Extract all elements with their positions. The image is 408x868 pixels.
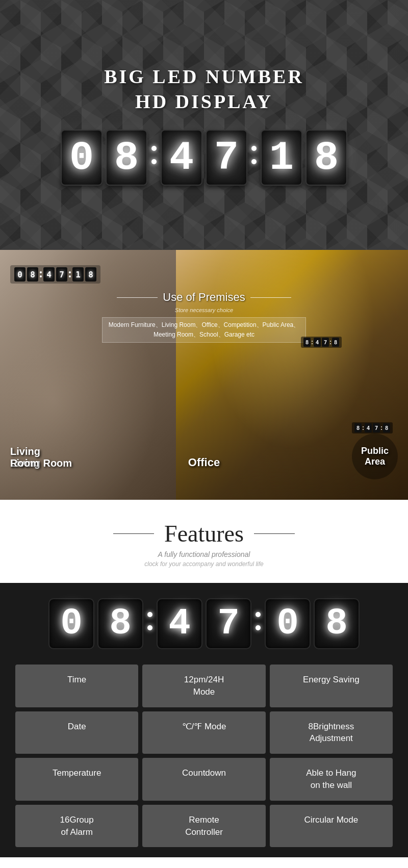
led-digit-1: 8 bbox=[106, 130, 147, 186]
feature-btn-7[interactable]: Countdown bbox=[142, 758, 265, 801]
hero-background bbox=[0, 0, 408, 250]
dark-led-digit-2: 4 bbox=[157, 598, 202, 649]
premises-section: 0 8 4 7 1 8 Living Room Use of Premises bbox=[0, 250, 408, 500]
feature-btn-11[interactable]: Circular Mode bbox=[270, 805, 393, 848]
led-dot-2 bbox=[151, 159, 157, 164]
small-digit-5: 8 bbox=[85, 267, 96, 282]
features-sub2: clock for your accompany and wonderful l… bbox=[10, 560, 398, 568]
led-digit-0: 0 bbox=[61, 130, 103, 186]
dark-led-digit-0: 0 bbox=[48, 598, 94, 649]
led-digit-5: 8 bbox=[305, 130, 347, 186]
dark-led-minute-group: 4 7 bbox=[157, 598, 251, 649]
feature-btn-10[interactable]: RemoteController bbox=[142, 805, 265, 848]
dark-led-hour-group: 0 8 bbox=[48, 598, 143, 649]
dark-led-dot-2 bbox=[147, 625, 152, 630]
led-digit-3: 7 bbox=[206, 130, 247, 186]
feature-btn-8[interactable]: Able to Hangon the wall bbox=[270, 758, 393, 801]
hero-led-clock: 0 8 4 7 1 8 bbox=[61, 130, 347, 186]
features-title-row: Features bbox=[10, 520, 398, 547]
dark-led-dot-1 bbox=[147, 612, 152, 617]
features-line-left bbox=[113, 533, 154, 534]
led-dot-1 bbox=[151, 146, 157, 151]
led-dot-3 bbox=[251, 146, 257, 151]
small-colon-1 bbox=[40, 271, 42, 277]
dark-led-digit-4: 0 bbox=[265, 598, 311, 649]
features-led-clock: 0 8 4 7 0 8 bbox=[10, 598, 398, 649]
dark-led-second-group: 0 8 bbox=[265, 598, 360, 649]
features-line-right bbox=[254, 533, 295, 534]
small-digit-3: 7 bbox=[56, 267, 67, 282]
small-led-clock-left: 0 8 4 7 1 8 bbox=[10, 265, 100, 284]
feature-btn-4[interactable]: ℃/℉ Mode bbox=[142, 711, 265, 754]
dark-led-dot-4 bbox=[256, 625, 261, 630]
feature-btn-0[interactable]: Time bbox=[15, 665, 138, 707]
hero-title: BIG LED NUMBER HD DISPLAY bbox=[104, 64, 304, 115]
dark-led-colon-2 bbox=[256, 612, 261, 630]
feature-btn-3[interactable]: Date bbox=[15, 711, 138, 754]
led-colon-2 bbox=[251, 146, 257, 164]
premises-right-area bbox=[176, 250, 408, 500]
feature-btn-6[interactable]: Temperature bbox=[15, 758, 138, 801]
feature-btn-1[interactable]: 12pm/24HMode bbox=[142, 665, 265, 707]
feature-btn-2[interactable]: Energy Saving bbox=[270, 665, 393, 707]
dark-led-digit-5: 8 bbox=[314, 598, 360, 649]
label-living-room: Living Room bbox=[10, 457, 72, 469]
small-digit-1: 8 bbox=[27, 267, 38, 282]
led-dot-4 bbox=[251, 159, 257, 164]
features-sub1: A fully functional professional bbox=[10, 550, 398, 558]
premises-living-room: 0 8 4 7 1 8 Living Room bbox=[0, 250, 176, 500]
dark-led-colon-1 bbox=[147, 612, 152, 630]
led-second-group: 1 8 bbox=[261, 130, 347, 186]
hero-section: BIG LED NUMBER HD DISPLAY 0 8 4 7 1 8 bbox=[0, 0, 408, 250]
feature-btn-9[interactable]: 16Groupof Alarm bbox=[15, 805, 138, 848]
led-minute-group: 4 7 bbox=[161, 130, 247, 186]
led-digit-4: 1 bbox=[261, 130, 302, 186]
small-digit-2: 4 bbox=[43, 267, 55, 282]
features-title: Features bbox=[164, 520, 244, 547]
dark-led-digit-3: 7 bbox=[206, 598, 251, 649]
feature-buttons-grid: Time12pm/24HModeEnergy SavingDate℃/℉ Mod… bbox=[10, 665, 398, 847]
features-dark-section: 0 8 4 7 0 8 Time12pm/24HModeEnergy Savin… bbox=[0, 583, 408, 857]
dark-led-digit-1: 8 bbox=[97, 598, 143, 649]
led-digit-2: 4 bbox=[161, 130, 202, 186]
small-colon-2 bbox=[69, 271, 71, 277]
led-colon-1 bbox=[151, 146, 157, 164]
features-header-section: Features A fully functional professional… bbox=[0, 500, 408, 583]
dark-led-dot-3 bbox=[256, 612, 261, 617]
small-digit-0: 0 bbox=[14, 267, 26, 282]
small-digit-4: 1 bbox=[72, 267, 84, 282]
feature-btn-5[interactable]: 8BrightnessAdjustment bbox=[270, 711, 393, 754]
led-hour-group: 0 8 bbox=[61, 130, 147, 186]
